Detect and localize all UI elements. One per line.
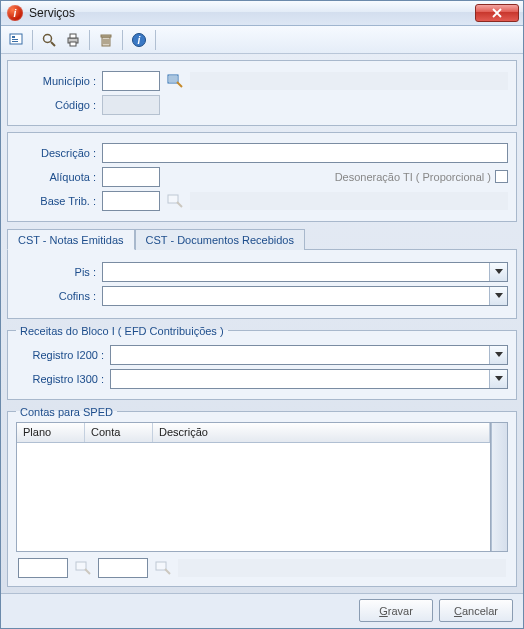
cancelar-button[interactable]: Cancelar bbox=[439, 599, 513, 622]
cofins-select[interactable] bbox=[102, 286, 508, 306]
lookup-icon bbox=[75, 560, 91, 576]
help-icon: i bbox=[131, 32, 147, 48]
pis-label: Pis : bbox=[16, 266, 98, 278]
aliquota-input[interactable] bbox=[102, 167, 160, 187]
desoneracao-label: Desoneração TI ( Proporcional ) bbox=[164, 171, 491, 183]
svg-rect-1 bbox=[12, 36, 15, 38]
toolbar-separator bbox=[32, 30, 33, 50]
sped-legend: Contas para SPED bbox=[16, 406, 117, 418]
svg-rect-10 bbox=[101, 35, 111, 37]
tab-body: Pis : Cofins : bbox=[7, 250, 517, 319]
pis-select[interactable] bbox=[102, 262, 508, 282]
tabs: CST - Notas Emitidas CST - Documentos Re… bbox=[7, 228, 517, 250]
col-descricao: Descrição bbox=[153, 423, 490, 442]
search-tool[interactable] bbox=[38, 29, 60, 51]
filter-tool[interactable] bbox=[5, 29, 27, 51]
base-lookup-button[interactable] bbox=[164, 191, 186, 211]
app-icon: i bbox=[7, 5, 23, 21]
municipio-panel: Município : Código : bbox=[7, 60, 517, 126]
lookup-icon bbox=[167, 73, 183, 89]
window: i Serviços bbox=[0, 0, 524, 629]
base-desc bbox=[190, 192, 508, 210]
svg-rect-19 bbox=[156, 562, 166, 570]
titlebar: i Serviços bbox=[1, 1, 523, 26]
chevron-down-icon bbox=[489, 263, 507, 281]
col-plano: Plano bbox=[17, 423, 85, 442]
i300-select[interactable] bbox=[110, 369, 508, 389]
bloco-i-legend: Receitas do Bloco I ( EFD Contribuições … bbox=[16, 325, 228, 337]
toolbar-separator bbox=[122, 30, 123, 50]
tab-notas-emitidas[interactable]: CST - Notas Emitidas bbox=[7, 229, 135, 250]
svg-rect-8 bbox=[70, 42, 76, 46]
svg-point-4 bbox=[44, 34, 52, 42]
base-input[interactable] bbox=[102, 191, 160, 211]
trash-icon bbox=[98, 32, 114, 48]
municipio-input[interactable] bbox=[102, 71, 160, 91]
sped-desc bbox=[178, 559, 506, 577]
bloco-i-fieldset: Receitas do Bloco I ( EFD Contribuições … bbox=[7, 325, 517, 400]
window-title: Serviços bbox=[29, 6, 475, 20]
cofins-label: Cofins : bbox=[16, 290, 98, 302]
gravar-button[interactable]: Gravar bbox=[359, 599, 433, 622]
codigo-label: Código : bbox=[16, 99, 98, 111]
cst-tabs-container: CST - Notas Emitidas CST - Documentos Re… bbox=[7, 228, 517, 319]
municipio-lookup-button[interactable] bbox=[164, 71, 186, 91]
table-header: Plano Conta Descrição bbox=[17, 423, 490, 443]
sped-bottom-row bbox=[16, 552, 508, 580]
chevron-down-icon bbox=[489, 287, 507, 305]
lookup-icon bbox=[155, 560, 171, 576]
toolbar-separator bbox=[89, 30, 90, 50]
content: Município : Código : Descrição : bbox=[1, 54, 523, 593]
svg-text:i: i bbox=[138, 35, 141, 46]
i200-select[interactable] bbox=[110, 345, 508, 365]
tab-documentos-recebidos[interactable]: CST - Documentos Recebidos bbox=[135, 229, 305, 250]
vscroll[interactable] bbox=[491, 422, 508, 552]
sped-plano-input[interactable] bbox=[18, 558, 68, 578]
municipio-label: Município : bbox=[16, 75, 98, 87]
svg-rect-18 bbox=[76, 562, 86, 570]
toolbar: i bbox=[1, 26, 523, 53]
svg-rect-17 bbox=[168, 195, 178, 203]
descricao-panel: Descrição : Alíquota : Desoneração TI ( … bbox=[7, 132, 517, 222]
descricao-label: Descrição : bbox=[16, 147, 98, 159]
desoneracao-checkbox[interactable] bbox=[495, 170, 508, 183]
sped-conta-lookup[interactable] bbox=[152, 558, 174, 578]
print-icon bbox=[65, 32, 81, 48]
lookup-icon bbox=[167, 193, 183, 209]
footer: Gravar Cancelar bbox=[1, 593, 523, 628]
table-body bbox=[17, 443, 490, 551]
close-button[interactable] bbox=[475, 4, 519, 22]
print-tool[interactable] bbox=[62, 29, 84, 51]
svg-line-5 bbox=[51, 42, 55, 46]
svg-rect-2 bbox=[12, 39, 18, 40]
close-icon bbox=[491, 8, 503, 18]
codigo-box bbox=[102, 95, 160, 115]
help-tool[interactable]: i bbox=[128, 29, 150, 51]
svg-rect-7 bbox=[70, 34, 76, 38]
col-conta: Conta bbox=[85, 423, 153, 442]
sped-table[interactable]: Plano Conta Descrição bbox=[16, 422, 491, 552]
base-label: Base Trib. : bbox=[16, 195, 98, 207]
i300-label: Registro I300 : bbox=[16, 373, 106, 385]
descricao-input[interactable] bbox=[102, 143, 508, 163]
chevron-down-icon bbox=[489, 346, 507, 364]
sped-conta-input[interactable] bbox=[98, 558, 148, 578]
municipio-desc bbox=[190, 72, 508, 90]
aliquota-label: Alíquota : bbox=[16, 171, 98, 183]
toolbar-separator bbox=[155, 30, 156, 50]
svg-rect-3 bbox=[12, 41, 18, 42]
delete-tool[interactable] bbox=[95, 29, 117, 51]
sped-fieldset: Contas para SPED Plano Conta Descrição bbox=[7, 406, 517, 587]
sped-plano-lookup[interactable] bbox=[72, 558, 94, 578]
search-icon bbox=[41, 32, 57, 48]
filter-icon bbox=[8, 32, 24, 48]
i200-label: Registro I200 : bbox=[16, 349, 106, 361]
chevron-down-icon bbox=[489, 370, 507, 388]
